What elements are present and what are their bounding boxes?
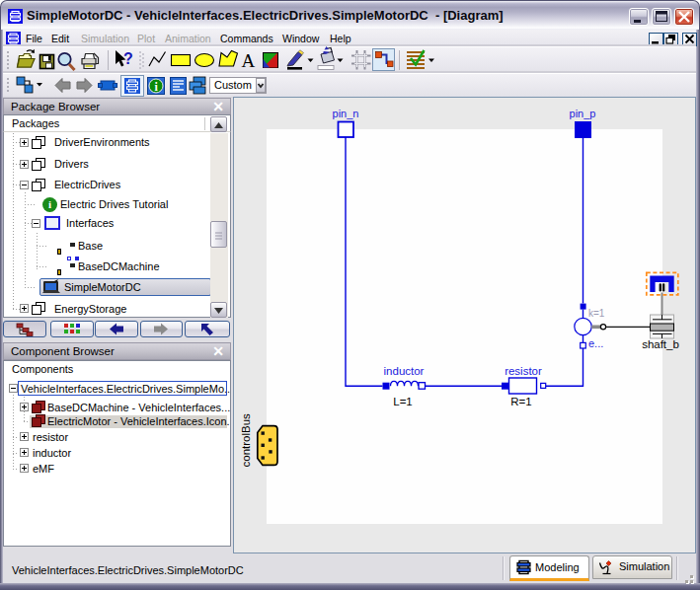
svg-text:?: ? — [123, 50, 133, 67]
svg-text:e...: e... — [588, 337, 603, 349]
svg-text:A: A — [242, 50, 256, 71]
svg-text:controlBus: controlBus — [240, 413, 252, 468]
svg-text:inductor: inductor — [384, 365, 425, 377]
svg-text:pin_n: pin_n — [333, 108, 359, 119]
svg-text:L=1: L=1 — [393, 396, 413, 407]
svg-text:pin_p: pin_p — [570, 108, 596, 119]
svg-text:resistor: resistor — [505, 365, 542, 377]
svg-text:shaft_b: shaft_b — [642, 338, 679, 350]
svg-text:R=1: R=1 — [510, 396, 531, 407]
svg-text:k=1: k=1 — [588, 308, 605, 319]
